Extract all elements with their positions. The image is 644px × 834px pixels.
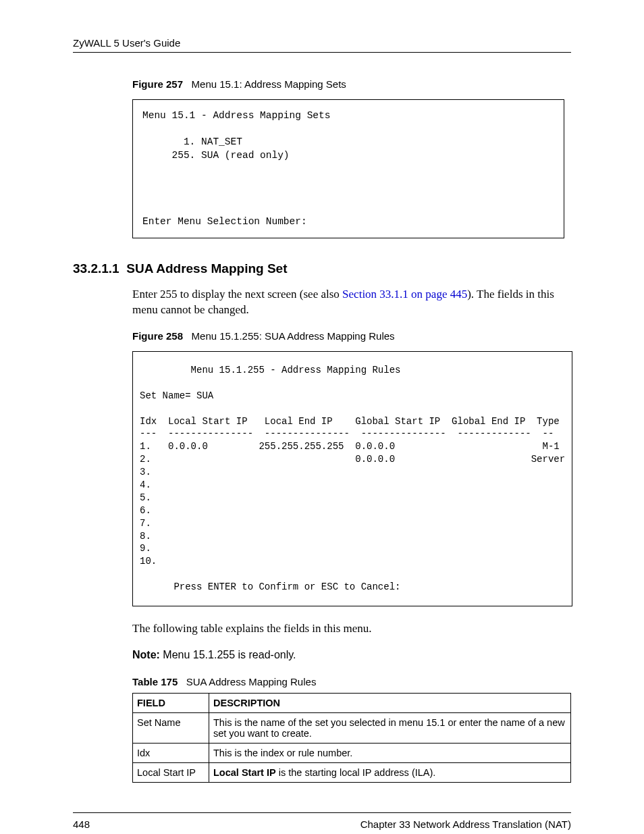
figure-258-caption-text: Menu 15.1.255: SUA Address Mapping Rules [192, 330, 395, 342]
table-175-caption: Table 175 SUA Address Mapping Rules [132, 676, 571, 687]
page: ZyWALL 5 User's Guide Figure 257 Menu 15… [0, 0, 644, 834]
table-row: Local Start IP Local Start IP is the sta… [133, 762, 571, 782]
note-label: Note: [132, 649, 160, 660]
table-header-row: FIELD DESCRIPTION [133, 693, 571, 712]
figure-258-terminal: Menu 15.1.255 - Address Mapping Rules Se… [132, 351, 572, 606]
cell-field: Local Start IP [133, 762, 209, 782]
section-title: SUA Address Mapping Set [126, 261, 287, 276]
intro-before-link: Enter 255 to display the next screen (se… [132, 288, 342, 301]
intro-paragraph: Enter 255 to display the next screen (se… [132, 287, 564, 318]
figure-257-caption: Figure 257 Menu 15.1: Address Mapping Se… [132, 78, 571, 90]
cell-desc-bold: Local Start IP [213, 767, 276, 778]
table-175-label: Table 175 [132, 676, 178, 687]
page-footer: 448 Chapter 33 Network Address Translati… [73, 812, 571, 830]
th-field: FIELD [133, 693, 209, 712]
figure-257-label: Figure 257 [132, 78, 183, 90]
page-number: 448 [73, 818, 90, 830]
cell-field: Set Name [133, 712, 209, 743]
table-row: Idx This is the index or rule number. [133, 743, 571, 762]
cell-field: Idx [133, 743, 209, 762]
th-description: DESCRIPTION [209, 693, 571, 712]
figure-257-caption-text: Menu 15.1: Address Mapping Sets [192, 78, 346, 90]
figure-258-label: Figure 258 [132, 330, 183, 342]
figure-258-caption: Figure 258 Menu 15.1.255: SUA Address Ma… [132, 330, 571, 342]
cell-desc: Local Start IP is the starting local IP … [209, 762, 571, 782]
section-number: 33.2.1.1 [73, 261, 119, 276]
table-175: FIELD DESCRIPTION Set Name This is the n… [132, 693, 571, 783]
note-text: Menu 15.1.255 is read-only. [163, 649, 296, 660]
table-175-caption-text: SUA Address Mapping Rules [186, 676, 317, 687]
page-header: ZyWALL 5 User's Guide [73, 37, 571, 53]
cell-desc-rest: is the starting local IP address (ILA). [276, 767, 436, 778]
figure-257-terminal: Menu 15.1 - Address Mapping Sets 1. NAT_… [132, 99, 564, 238]
cell-desc: This is the name of the set you selected… [209, 712, 571, 743]
cell-desc: This is the index or rule number. [209, 743, 571, 762]
intro-link[interactable]: Section 33.1.1 on page 445 [342, 288, 467, 301]
header-title: ZyWALL 5 User's Guide [73, 37, 180, 49]
note: Note: Menu 15.1.255 is read-only. [132, 649, 571, 661]
after-figure-text: The following table explains the fields … [132, 621, 564, 637]
section-heading: 33.2.1.1 SUA Address Mapping Set [73, 261, 571, 276]
table-row: Set Name This is the name of the set you… [133, 712, 571, 743]
chapter-title: Chapter 33 Network Address Translation (… [360, 818, 571, 830]
